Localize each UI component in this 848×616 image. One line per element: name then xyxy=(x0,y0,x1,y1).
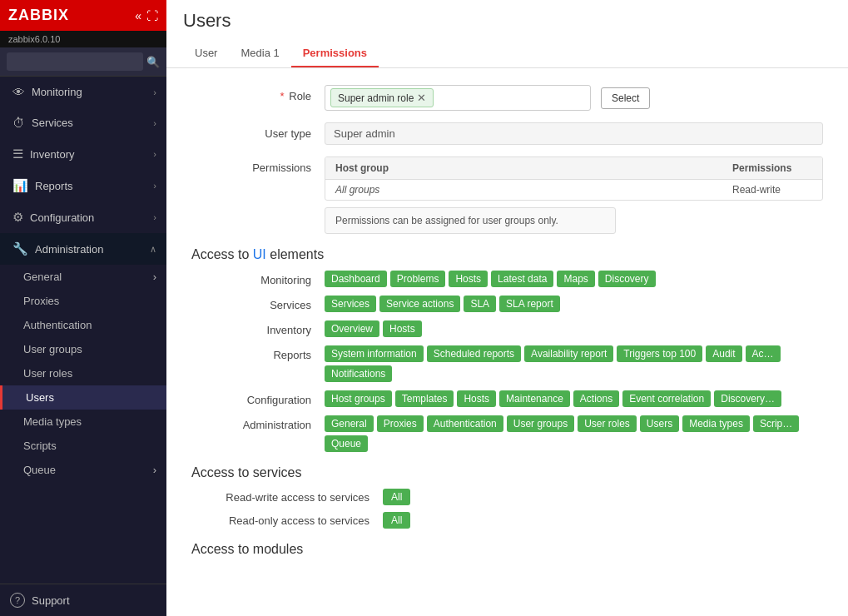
tag-system-info: System information xyxy=(325,345,424,362)
queue-label: Queue xyxy=(23,464,56,476)
role-tag-remove[interactable]: ✕ xyxy=(417,92,426,104)
configuration-access-label: Configuration xyxy=(191,390,325,406)
sidebar-item-monitoring[interactable]: 👁 Monitoring › xyxy=(0,77,166,107)
sidebar-item-queue[interactable]: Queue › xyxy=(0,458,166,482)
rw-access-value: All xyxy=(383,489,410,505)
access-ui-section: Access to UI elements Monitoring Dashboa… xyxy=(191,247,823,452)
user-roles-label: User roles xyxy=(23,367,72,380)
sidebar-item-user-groups[interactable]: User groups xyxy=(0,337,166,361)
role-label-text: Role xyxy=(289,90,311,102)
sidebar-item-inventory[interactable]: ☰ Inventory › xyxy=(0,138,166,170)
access-services-section: Access to services Read-write access to … xyxy=(191,465,823,529)
role-value: Super admin role ✕ Select xyxy=(325,85,823,111)
chevron-right-icon: › xyxy=(153,212,156,222)
administration-access-label: Administration xyxy=(191,415,325,431)
tag-service-actions: Service actions xyxy=(379,296,460,312)
role-row: * Role Super admin role ✕ Select xyxy=(191,85,823,111)
sidebar-item-proxies[interactable]: Proxies xyxy=(0,289,166,313)
chevron-right-icon: › xyxy=(153,181,156,191)
services-access-row: Services Services Service actions SLA SL… xyxy=(191,296,823,312)
tag-event-correlation: Event correlation xyxy=(622,390,711,407)
tag-audit: Audit xyxy=(706,345,741,362)
sidebar-item-scripts[interactable]: Scripts xyxy=(0,434,166,458)
services-icon: ⏱ xyxy=(12,116,25,130)
sidebar-version: zabbix6.0.10 xyxy=(0,31,166,47)
tag-scrip: Scrip… xyxy=(753,415,799,432)
authentication-label: Authentication xyxy=(23,319,92,331)
monitoring-access-label: Monitoring xyxy=(191,271,325,286)
sidebar-item-general[interactable]: General › xyxy=(0,265,166,289)
sidebar-item-label: Reports xyxy=(35,180,146,192)
permissions-row: Permissions Host group Permissions All g… xyxy=(191,156,823,234)
search-input[interactable] xyxy=(7,52,143,71)
permissions-value: Host group Permissions All groups Read-w… xyxy=(325,156,823,234)
sidebar-item-reports[interactable]: 📊 Reports › xyxy=(0,170,166,201)
expand-icon[interactable]: ⛶ xyxy=(146,9,158,22)
permissions-table: Host group Permissions All groups Read-w… xyxy=(325,156,823,201)
tag-services: Services xyxy=(325,296,376,312)
services-tags: Services Service actions SLA SLA report xyxy=(325,296,823,312)
role-tag-text: Super admin role xyxy=(338,92,414,104)
sidebar-item-label: Administration xyxy=(35,243,143,256)
tab-media[interactable]: Media 1 xyxy=(229,40,290,67)
collapse-icon[interactable]: « xyxy=(135,9,141,22)
configuration-icon: ⚙ xyxy=(12,210,23,225)
monitoring-tags: Dashboard Problems Hosts Latest data Map… xyxy=(325,271,823,287)
sidebar: ZABBIX « ⛶ zabbix6.0.10 🔍 👁 Monitoring ›… xyxy=(0,0,166,616)
ui-highlight: UI xyxy=(253,247,266,261)
tag-sla-report: SLA report xyxy=(499,296,560,312)
sidebar-logo: ZABBIX xyxy=(8,7,69,24)
access-modules-section: Access to modules xyxy=(191,542,823,557)
tag-maps: Maps xyxy=(557,271,594,287)
tabs: User Media 1 Permissions xyxy=(183,40,831,67)
tab-permissions[interactable]: Permissions xyxy=(291,40,379,67)
sidebar-item-support[interactable]: ? Support xyxy=(0,584,166,616)
chevron-down-icon: ∧ xyxy=(150,244,156,255)
administration-access-row: Administration General Proxies Authentic… xyxy=(191,415,823,452)
sidebar-item-configuration[interactable]: ⚙ Configuration › xyxy=(0,201,166,233)
access-ui-title: Access to UI elements xyxy=(191,247,823,262)
rw-access-label: Read-write access to services xyxy=(191,491,383,504)
tag-host-groups: Host groups xyxy=(325,390,392,407)
tag-authentication: Authentication xyxy=(427,415,503,432)
tag-maintenance: Maintenance xyxy=(499,390,570,407)
page-title: Users xyxy=(183,10,831,32)
user-type-row: User type Super admin xyxy=(191,122,823,145)
user-type-label: User type xyxy=(191,122,325,140)
tag-availability-report: Availability report xyxy=(524,345,613,362)
tag-user-roles: User roles xyxy=(578,415,637,432)
general-label: General xyxy=(23,271,62,283)
sidebar-item-authentication[interactable]: Authentication xyxy=(0,313,166,337)
reports-access-row: Reports System information Scheduled rep… xyxy=(191,345,823,382)
tag-hosts-conf: Hosts xyxy=(457,390,496,407)
inventory-access-label: Inventory xyxy=(191,320,325,336)
tag-latest-data: Latest data xyxy=(491,271,553,287)
users-label: Users xyxy=(26,391,54,404)
tab-user[interactable]: User xyxy=(183,40,229,67)
tag-hosts: Hosts xyxy=(449,271,488,287)
sidebar-item-users[interactable]: Users xyxy=(0,385,166,410)
access-services-title: Access to services xyxy=(191,465,823,480)
chevron-right-icon: › xyxy=(153,271,156,283)
sidebar-item-user-roles[interactable]: User roles xyxy=(0,361,166,385)
tag-dashboard: Dashboard xyxy=(325,271,387,287)
tag-notifications: Notifications xyxy=(325,365,392,382)
page-header: Users User Media 1 Permissions xyxy=(166,0,848,68)
sidebar-item-media-types[interactable]: Media types xyxy=(0,410,166,434)
sidebar-item-administration[interactable]: 🔧 Administration ∧ xyxy=(0,233,166,265)
support-icon: ? xyxy=(10,593,25,608)
permissions-info: Permissions can be assigned for user gro… xyxy=(325,207,616,234)
rw-access-row: Read-write access to services All xyxy=(191,489,823,505)
administration-icon: 🔧 xyxy=(12,241,28,256)
ro-access-row: Read-only access to services All xyxy=(191,512,823,529)
administration-tags: General Proxies Authentication User grou… xyxy=(325,415,823,452)
sidebar-item-services[interactable]: ⏱ Services › xyxy=(0,107,166,138)
inventory-icon: ☰ xyxy=(12,147,23,161)
sidebar-controls[interactable]: « ⛶ xyxy=(135,9,158,22)
perm-data-row: All groups Read-write xyxy=(325,180,822,200)
select-button[interactable]: Select xyxy=(601,87,650,109)
tag-triggers-top: Triggers top 100 xyxy=(617,345,702,362)
inventory-access-row: Inventory Overview Hosts xyxy=(191,320,823,337)
content-area: * Role Super admin role ✕ Select User ty… xyxy=(166,68,848,616)
sidebar-item-label: Inventory xyxy=(30,148,146,161)
